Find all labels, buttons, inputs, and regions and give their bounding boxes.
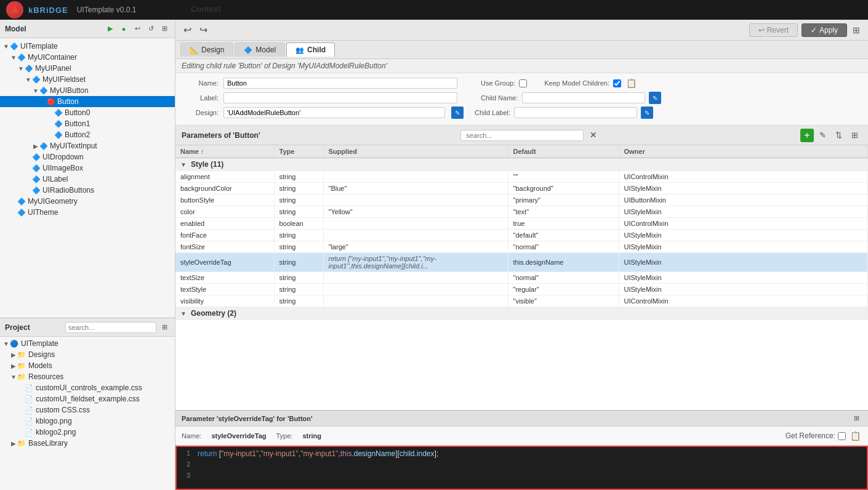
tree-item-myuifieldset[interactable]: ▼ 🔷 MyUIFieldset — [0, 74, 175, 85]
style-section-row: ▼ Style (11) — [175, 158, 868, 171]
expand-button[interactable]: ⊞ — [851, 25, 862, 36]
use-group-checkbox[interactable] — [519, 79, 527, 87]
col-default: Default — [508, 145, 619, 158]
param-type: string — [274, 284, 323, 295]
tree-item-uiimagebox[interactable]: 🔷 UIImageBox — [0, 163, 175, 174]
param-type: string — [274, 253, 323, 272]
tree-item-uidropdown[interactable]: 🔷 UIDropdown — [0, 151, 175, 163]
refresh-button[interactable]: ↺ — [145, 23, 156, 34]
tab-model[interactable]: 🔷 Model — [235, 42, 285, 57]
params-table-wrap: Name ↑ Type Supplied Default Owner ▼ — [175, 145, 868, 410]
proj-item-uitemplate[interactable]: ▼ 🔵 UITemplate — [0, 338, 175, 349]
proj-item-models[interactable]: ▶ 📁 Models — [0, 360, 175, 371]
clear-search-button[interactable]: ✕ — [586, 129, 600, 142]
proj-item-designs[interactable]: ▶ 📁 Designs — [0, 349, 175, 360]
keep-model-children-checkbox[interactable] — [613, 79, 621, 87]
project-panel: Project ⊞ ▼ 🔵 UITemplate ▶ 📁 Desig — [0, 318, 175, 490]
param-name: textSize — [175, 272, 274, 284]
proj-item-customui-fieldset[interactable]: 📄 customUI_fieldset_example.css — [0, 393, 175, 404]
name-input[interactable] — [223, 78, 457, 89]
context-undo-button[interactable]: ↩ — [182, 25, 193, 36]
context-redo-button[interactable]: ↪ — [198, 25, 209, 36]
child-tab-icon: 👥 — [295, 46, 304, 54]
tree-item-myuicontainer[interactable]: ▼ 🔷 MyUIContainer — [0, 52, 175, 63]
table-row[interactable]: fontSize string "large" "normal" UIStyle… — [175, 241, 868, 253]
proj-item-resources[interactable]: ▼ 📁 Resources — [0, 371, 175, 382]
proj-item-customui-controls[interactable]: 📄 customUI_controls_example.css — [0, 382, 175, 393]
proj-item-kblogo[interactable]: 📄 kblogo.png — [0, 416, 175, 427]
style-section-label: Style (11) — [191, 160, 223, 169]
param-owner: UIStyleMixin — [619, 230, 868, 241]
param-owner: UIControlMixin — [619, 171, 868, 183]
sort-param-button[interactable]: ⇅ — [832, 129, 846, 142]
table-row[interactable]: fontFace string "default" UIStyleMixin — [175, 230, 868, 241]
label-input[interactable] — [223, 92, 457, 103]
project-search-input[interactable] — [65, 322, 156, 333]
add-param-button[interactable]: + — [800, 129, 814, 142]
params-search-input[interactable] — [460, 130, 584, 141]
copy-reference-button[interactable]: 📋 — [848, 429, 862, 443]
params-action-icons: + ✎ ⇅ ⊞ — [800, 129, 862, 142]
tree-item-button1[interactable]: 🔷 Button1 — [0, 118, 175, 129]
param-type: boolean — [274, 218, 323, 230]
param-name: alignment — [175, 171, 274, 183]
bottom-expand-button[interactable]: ⊞ — [851, 413, 862, 424]
expander[interactable]: ▼ — [2, 43, 10, 50]
proj-item-kblogo2[interactable]: 📄 kblogo2.png — [0, 427, 175, 438]
param-owner: UIStyleMixin — [619, 284, 868, 295]
table-row[interactable]: alignment string "" UIControlMixin — [175, 171, 868, 183]
param-supplied — [323, 195, 508, 206]
tree-item-uiradiobuttons[interactable]: 🔷 UIRadioButtons — [0, 185, 175, 196]
tree-item-button2[interactable]: 🔷 Button2 — [0, 129, 175, 140]
proj-item-custom-css[interactable]: 📄 custom CSS.css — [0, 404, 175, 416]
use-group-label: Use Group: — [481, 79, 515, 87]
param-supplied: return ["my-input1","my-input1","my-inpu… — [323, 253, 508, 272]
table-row[interactable]: backgroundColor string "Blue" "backgroun… — [175, 183, 868, 195]
table-row[interactable]: buttonStyle string "primary" UIButtonMix… — [175, 195, 868, 206]
revert-button[interactable]: ↩ Revert — [749, 23, 798, 37]
maximize-button[interactable]: ⊞ — [159, 23, 170, 34]
tree-item-myuigeometry[interactable]: 🔷 MyUIGeometry — [0, 196, 175, 207]
design-edit-icon[interactable]: ✎ — [451, 106, 464, 119]
collapse-style-icon[interactable]: ▼ — [180, 161, 187, 168]
tree-item-button[interactable]: 🔴 Button — [0, 96, 175, 107]
tree-item-uitheme[interactable]: 🔷 UITheme — [0, 207, 175, 218]
child-name-edit-icon[interactable]: ✎ — [649, 92, 661, 104]
table-row-highlighted[interactable]: styleOverrideTag string return ["my-inpu… — [175, 253, 868, 272]
tree-item-myuibutton[interactable]: ▼ 🔷 MyUIButton — [0, 85, 175, 96]
project-maximize-button[interactable]: ⊞ — [159, 322, 170, 333]
tree-item-button0[interactable]: 🔷 Button0 — [0, 107, 175, 118]
form-row-design: Design: ✎ Child Label: ✎ — [182, 106, 862, 119]
tree-item-uilabel[interactable]: 🔷 UILabel — [0, 174, 175, 185]
param-supplied — [323, 295, 508, 307]
expand-params-button[interactable]: ⊞ — [848, 129, 862, 142]
param-owner: UIStyleMixin — [619, 253, 868, 272]
get-reference-checkbox[interactable] — [838, 432, 846, 440]
undo-button[interactable]: ↩ — [132, 23, 143, 34]
table-row[interactable]: color string "Yellow" "text" UIStyleMixi… — [175, 206, 868, 218]
design-tab-icon: 📐 — [190, 46, 198, 54]
child-label-edit-icon[interactable]: ✎ — [641, 106, 653, 119]
code-editor[interactable]: 1 return ["my-input1","my-input1","my-in… — [175, 446, 868, 490]
child-label-input[interactable] — [514, 107, 637, 118]
collapse-geometry-icon[interactable]: ▼ — [180, 310, 187, 317]
doc-icon-name[interactable]: 📋 — [625, 77, 637, 89]
design-input[interactable] — [223, 107, 445, 118]
tab-design[interactable]: 📐 Design — [180, 42, 233, 57]
child-name-input[interactable] — [522, 92, 645, 103]
table-row[interactable]: textStyle string "regular" UIStyleMixin — [175, 284, 868, 295]
app-title: UITemplate v0.0.1 — [77, 6, 137, 14]
table-row[interactable]: textSize string "normal" UIStyleMixin — [175, 272, 868, 284]
record-button[interactable]: ● — [118, 23, 129, 34]
param-supplied: "Blue" — [323, 183, 508, 195]
tree-item-uitemplate[interactable]: ▼ 🔷 UITemplate — [0, 41, 175, 52]
tab-child[interactable]: 👥 Child — [286, 42, 335, 57]
edit-param-button[interactable]: ✎ — [816, 129, 830, 142]
proj-item-baselibrary[interactable]: ▶ 📁 BaseLibrary — [0, 438, 175, 449]
apply-button[interactable]: ✓ Apply — [802, 23, 847, 37]
table-row[interactable]: enabled boolean true UIControlMixin — [175, 218, 868, 230]
play-button[interactable]: ▶ — [105, 23, 116, 34]
tree-item-myuipanel[interactable]: ▼ 🔷 MyUIPanel — [0, 63, 175, 74]
tree-item-myuitextinput[interactable]: ▶ 🔷 MyUITextInput — [0, 140, 175, 151]
table-row[interactable]: visibility string "visible" UIControlMix… — [175, 295, 868, 307]
